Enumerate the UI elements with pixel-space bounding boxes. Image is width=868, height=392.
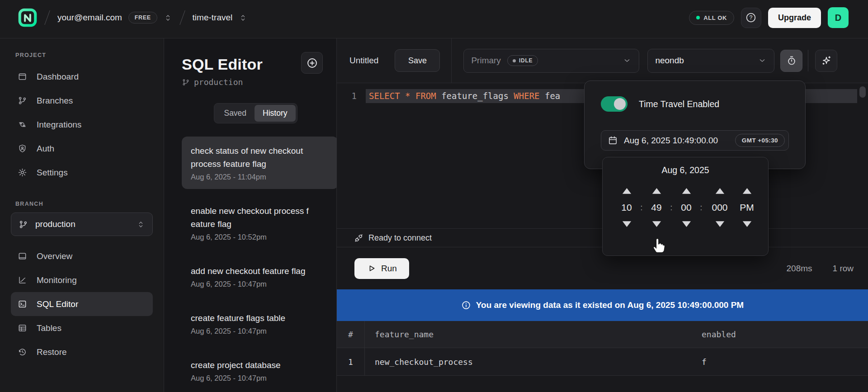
upgrade-button[interactable]: Upgrade	[768, 8, 821, 28]
results-header-row: # feature_name enabled	[337, 321, 868, 348]
project-breadcrumb[interactable]: time-travel	[193, 13, 248, 23]
plan-badge: FREE	[128, 12, 157, 24]
account-breadcrumb[interactable]: your@email.com FREE	[57, 12, 172, 24]
chevrons-up-down-icon	[137, 220, 145, 229]
history-item-date: Aug 6, 2025 - 10:47pm	[191, 327, 329, 335]
cell-feature-name: new_checkout_process	[365, 357, 692, 367]
history-item-date: Aug 6, 2025 - 10:47pm	[191, 280, 329, 288]
history-item-date: Aug 6, 2025 - 10:47pm	[191, 374, 329, 383]
sidebar-item-dashboard[interactable]: Dashboard	[11, 65, 153, 89]
query-duration: 208ms	[787, 264, 812, 274]
picker-millisecond[interactable]: 000	[712, 202, 727, 213]
sidebar-item-sql-editor[interactable]: SQL Editor	[11, 292, 153, 316]
status-pill[interactable]: ALL OK	[689, 11, 734, 25]
chevron-down-icon	[758, 56, 767, 65]
history-item-date: Aug 6, 2025 - 11:04pm	[191, 173, 329, 181]
sql-token: feature_flags	[441, 91, 514, 101]
history-item[interactable]: create project database Aug 6, 2025 - 10…	[182, 351, 338, 390]
picker-hour[interactable]: 10	[621, 202, 632, 213]
sidebar-item-label: Monitoring	[37, 275, 77, 285]
idle-dot	[513, 59, 516, 62]
sidebar-section-project: PROJECT	[15, 52, 153, 58]
meridiem-down-button[interactable]	[741, 220, 753, 228]
compute-select[interactable]: Primary IDLE	[463, 49, 639, 73]
millisecond-up-button[interactable]	[714, 187, 726, 195]
millisecond-down-button[interactable]	[714, 220, 726, 228]
tables-icon	[18, 323, 27, 333]
branch-icon	[182, 78, 190, 86]
sidebar-item-branches[interactable]: Branches	[11, 89, 153, 113]
sidebar-item-label: Branches	[37, 96, 73, 106]
sidebar-item-monitoring[interactable]: Monitoring	[11, 268, 153, 292]
branch-selector[interactable]: production	[11, 213, 153, 236]
run-bar: Run 208ms 1 row	[337, 247, 868, 289]
sidebar-item-tables[interactable]: Tables	[11, 316, 153, 340]
time-travel-toggle[interactable]	[601, 96, 627, 112]
overview-icon	[18, 251, 27, 261]
sidebar-item-overview[interactable]: Overview	[11, 244, 153, 268]
sidebar-item-auth[interactable]: Auth	[11, 137, 153, 161]
hour-up-button[interactable]	[621, 187, 632, 195]
time-travel-banner: You are viewing data as it existed on Au…	[337, 289, 868, 321]
minute-up-button[interactable]	[651, 187, 662, 195]
compute-name: Primary	[471, 56, 500, 66]
picker-grid: 10 : 49 : 00 : 000 PM	[616, 187, 768, 228]
plug-icon	[354, 233, 363, 243]
sql-token: WHERE	[514, 91, 545, 101]
tab-history[interactable]: History	[255, 105, 295, 122]
toggle-knob	[614, 98, 626, 110]
column-header-feature-name: feature_name	[365, 330, 692, 339]
sidebar-item-label: Restore	[37, 347, 67, 357]
minute-down-button[interactable]	[651, 220, 662, 228]
history-item-title: create feature flags table	[191, 312, 329, 325]
sidebar-item-settings[interactable]: Settings	[11, 161, 153, 184]
query-tab-title[interactable]: Untitled	[349, 56, 378, 66]
picker-minute[interactable]: 49	[651, 202, 661, 213]
help-button[interactable]: ?	[741, 8, 761, 28]
editor-scrollbar-thumb[interactable]	[859, 86, 866, 98]
table-row[interactable]: 1 new_checkout_process f	[337, 348, 868, 376]
breadcrumb-divider	[179, 10, 185, 25]
database-select[interactable]: neondb	[647, 49, 774, 73]
app-header: your@email.com FREE time-travel ALL OK ?	[0, 0, 868, 38]
sidebar-item-label: Tables	[37, 323, 61, 333]
ai-sparkles-button[interactable]	[815, 50, 837, 72]
meridiem-up-button[interactable]	[741, 187, 753, 195]
datetime-input[interactable]: Aug 6, 2025 10:49:00.00 GMT +05:30	[601, 130, 789, 151]
breadcrumb-divider	[44, 10, 50, 25]
time-travel-button[interactable]	[780, 50, 802, 72]
tab-saved[interactable]: Saved	[216, 105, 255, 122]
run-button[interactable]: Run	[354, 258, 409, 279]
timezone-badge: GMT +05:30	[735, 134, 785, 147]
history-item[interactable]: create feature flags table Aug 6, 2025 -…	[182, 304, 338, 343]
second-up-button[interactable]	[681, 187, 692, 195]
sidebar-item-label: SQL Editor	[37, 299, 78, 309]
new-query-button[interactable]	[301, 52, 323, 74]
save-button[interactable]: Save	[395, 49, 440, 72]
connection-status-text: Ready to connect	[368, 233, 432, 243]
hour-down-button[interactable]	[621, 220, 632, 228]
sql-token: *	[405, 91, 415, 101]
history-item[interactable]: add new checkout feature flag Aug 6, 202…	[182, 257, 338, 296]
picker-meridiem[interactable]: PM	[740, 202, 754, 213]
account-email: your@email.com	[57, 13, 122, 23]
sidebar-item-integrations[interactable]: Integrations	[11, 113, 153, 137]
branch-selector-value: production	[35, 219, 75, 229]
history-item[interactable]: enable new checkout process f eature fla…	[182, 197, 338, 249]
second-down-button[interactable]	[681, 220, 692, 228]
time-travel-popup: Time Travel Enabled Aug 6, 2025 10:49:00…	[584, 80, 806, 169]
panel-branch-name: production	[194, 77, 243, 87]
picker-second[interactable]: 00	[681, 202, 691, 213]
sql-token: FROM	[415, 91, 441, 101]
chevrons-up-down-icon[interactable]	[164, 14, 172, 22]
history-item[interactable]: check status of new checkout process fea…	[182, 137, 338, 189]
sidebar-item-restore[interactable]: Restore	[11, 340, 153, 364]
picker-separator: :	[700, 203, 702, 213]
sql-editor-panel: SQL Editor production Saved History chec…	[164, 38, 337, 392]
history-item-date: Aug 6, 2025 - 10:52pm	[191, 233, 329, 241]
neon-logo[interactable]	[18, 8, 37, 28]
avatar[interactable]: D	[828, 7, 849, 28]
chevrons-up-down-icon[interactable]	[239, 14, 247, 22]
history-list: check status of new checkout process fea…	[182, 137, 338, 390]
datetime-value: Aug 6, 2025 10:49:00.00	[624, 136, 729, 146]
